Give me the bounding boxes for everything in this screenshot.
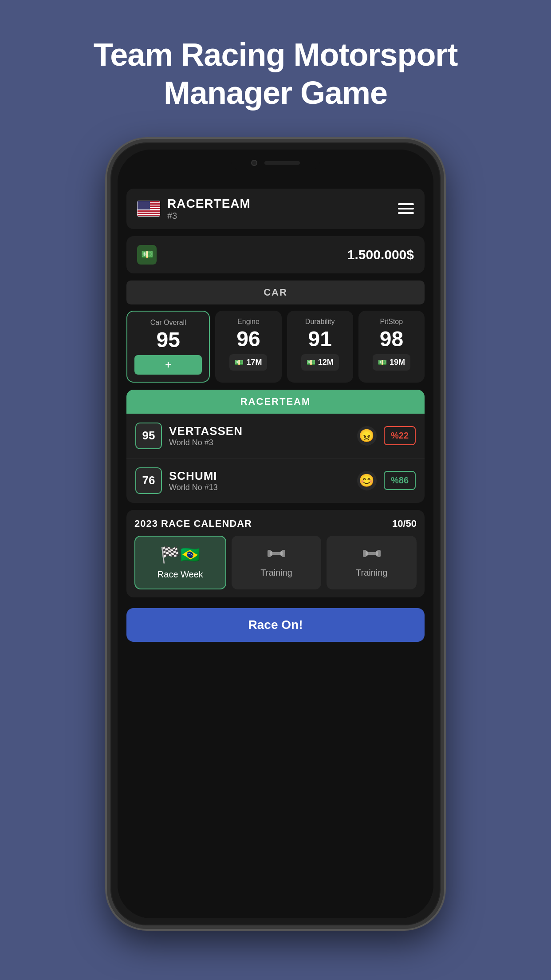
training-1-icon — [268, 545, 285, 562]
durability-label: Durability — [305, 318, 335, 326]
header-bar: RACERTEAM #3 — [126, 189, 425, 229]
car-section-header: CAR — [126, 281, 425, 304]
pitstop-cost-value: 19M — [390, 358, 405, 367]
calendar-section: 2023 RACE CALENDAR 10/50 🏁🇧🇷 Race Week — [126, 510, 425, 597]
engine-value: 96 — [236, 328, 260, 350]
race-week-icon: 🏁🇧🇷 — [160, 545, 200, 564]
durability-cost: 💵 12M — [301, 354, 339, 371]
training-2-icon — [363, 545, 381, 562]
driver1-percent: %22 — [384, 426, 416, 445]
engine-cost-icon: 💵 — [235, 358, 244, 367]
driver2-rating: 76 — [135, 467, 162, 494]
calendar-item-training-1[interactable]: Training — [232, 536, 322, 589]
money-amount: 1.500.000$ — [347, 247, 414, 262]
durability-cost-value: 12M — [318, 358, 334, 367]
driver1-mood-icon: 😠 — [357, 426, 377, 446]
calendar-items: 🏁🇧🇷 Race Week — [134, 536, 417, 589]
durability-value: 91 — [308, 328, 331, 350]
driver1-name: VERTASSEN — [169, 424, 350, 438]
svg-rect-4 — [280, 551, 283, 556]
car-stats: Car Overall 95 + Engine 96 💵 17M — [126, 311, 425, 383]
svg-rect-8 — [366, 551, 368, 556]
durability-cost-icon: 💵 — [307, 358, 315, 367]
driver2-rank: World No #13 — [169, 483, 350, 492]
pitstop-value: 98 — [380, 328, 403, 350]
calendar-title: 2023 RACE CALENDAR — [134, 518, 252, 530]
team-section-label: RACERTEAM — [240, 396, 311, 407]
calendar-item-race-week[interactable]: 🏁🇧🇷 Race Week — [134, 536, 226, 589]
team-section: RACERTEAM 95 VERTASSEN World No #3 😠 — [126, 390, 425, 503]
durability-box[interactable]: Durability 91 💵 12M — [287, 311, 353, 383]
calendar-item-training-2[interactable]: Training — [327, 536, 417, 589]
calendar-item-training-2-label: Training — [356, 568, 388, 578]
driver1-info: VERTASSEN World No #3 — [169, 424, 350, 447]
engine-cost-value: 17M — [246, 358, 262, 367]
upgrade-button[interactable]: + — [134, 355, 202, 375]
notch-speaker — [264, 161, 300, 165]
car-overall-value: 95 — [156, 329, 180, 351]
notch-camera — [251, 160, 257, 166]
driver-row-vertassen[interactable]: 95 VERTASSEN World No #3 😠 %22 — [126, 414, 425, 458]
race-on-button[interactable]: Race On! — [126, 608, 425, 642]
phone-mockup: RACERTEAM #3 💵 1.500.000$ — [107, 139, 444, 929]
usa-flag-icon — [137, 201, 160, 217]
team-name-group: RACERTEAM #3 — [167, 197, 251, 221]
team-section-header: RACERTEAM — [126, 390, 425, 414]
engine-cost: 💵 17M — [229, 354, 267, 371]
pitstop-box[interactable]: PitStop 98 💵 19M — [358, 311, 425, 383]
header-left: RACERTEAM #3 — [137, 197, 251, 221]
team-name: RACERTEAM — [167, 197, 251, 211]
car-overall-box[interactable]: Car Overall 95 + — [126, 311, 210, 383]
hamburger-menu-icon[interactable] — [398, 203, 414, 214]
phone-screen: RACERTEAM #3 💵 1.500.000$ — [118, 150, 433, 918]
driver2-mood-icon: 😊 — [357, 471, 377, 490]
notch — [231, 156, 320, 170]
calendar-progress: 10/50 — [392, 518, 417, 530]
pitstop-cost-icon: 💵 — [378, 358, 387, 367]
engine-label: Engine — [237, 318, 260, 326]
phone-frame: RACERTEAM #3 💵 1.500.000$ — [107, 139, 444, 929]
driver-row-schumi[interactable]: 76 SCHUMI World No #13 😊 %86 — [126, 458, 425, 503]
page-title: Team Racing Motorsport Manager Game — [67, 36, 484, 112]
driver2-percent: %86 — [384, 471, 416, 490]
money-bar: 💵 1.500.000$ — [126, 236, 425, 273]
svg-rect-9 — [376, 551, 378, 556]
driver2-info: SCHUMI World No #13 — [169, 469, 350, 492]
calendar-item-training-1-label: Training — [260, 568, 292, 578]
team-number: #3 — [167, 211, 251, 221]
pitstop-cost: 💵 19M — [373, 354, 410, 371]
race-on-label: Race On! — [248, 618, 303, 632]
calendar-item-race-week-label: Race Week — [157, 569, 203, 580]
car-overall-label: Car Overall — [150, 319, 186, 327]
pitstop-label: PitStop — [380, 318, 403, 326]
driver1-rating: 95 — [135, 423, 162, 449]
svg-rect-3 — [270, 551, 272, 556]
calendar-header: 2023 RACE CALENDAR 10/50 — [134, 518, 417, 530]
driver1-rank: World No #3 — [169, 438, 350, 447]
notch-area — [118, 150, 433, 185]
screen-content: RACERTEAM #3 💵 1.500.000$ — [118, 185, 433, 918]
money-icon: 💵 — [137, 245, 157, 265]
driver2-name: SCHUMI — [169, 469, 350, 483]
engine-box[interactable]: Engine 96 💵 17M — [215, 311, 281, 383]
